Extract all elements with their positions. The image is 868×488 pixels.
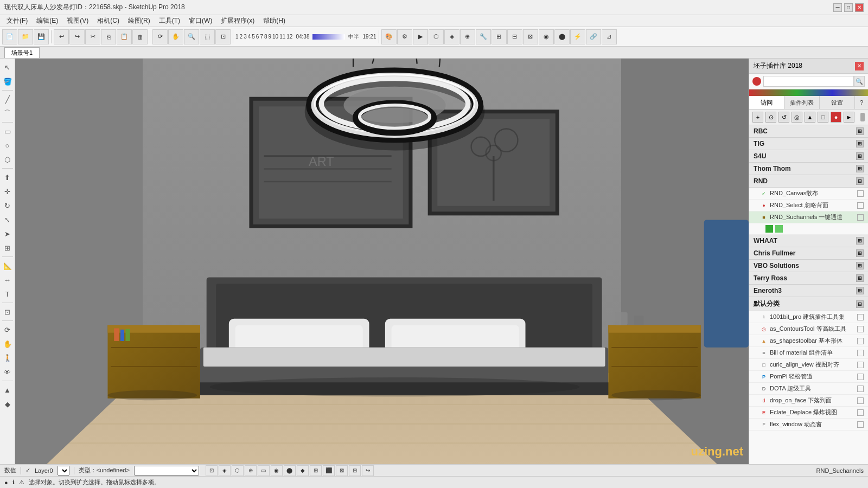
sandbox-tool[interactable]: ▲ [1,383,14,396]
close-button[interactable]: ✕ [855,3,864,12]
select-tool[interactable]: ↖ [1,61,14,74]
render-btn-4[interactable]: ⬡ [429,29,444,44]
menu-item-r[interactable]: 绘图(R) [124,15,155,27]
delete-button[interactable]: 🗑 [132,29,148,44]
orbit-left-tool[interactable]: ⟳ [1,323,14,336]
pt-refresh-icon[interactable]: ⊙ [765,112,776,123]
alignview-toggle[interactable] [857,362,864,368]
menu-item-v[interactable]: 视图(V) [62,15,93,27]
btm-btn-7[interactable]: ⬤ [284,465,296,476]
tape-tool[interactable]: 📐 [1,259,14,272]
scale-tool[interactable]: ⤡ [1,213,14,226]
btm-btn-5[interactable]: ▭ [258,465,270,476]
btm-btn-2[interactable]: ◈ [219,465,231,476]
undo-button[interactable]: ↩ [54,29,69,44]
render-btn-9[interactable]: ⊟ [507,29,522,44]
plugin-eclate[interactable]: E Eclate_Deplace 爆炸视图 [749,407,868,419]
pt-add-icon[interactable]: + [752,112,763,123]
menu-item-t[interactable]: 工具(T) [155,15,184,27]
plugin-dota[interactable]: D DOTA 超级工具 [749,383,868,395]
plugin-rnd-canvas[interactable]: ✓ RND_Canvas散布 [749,188,868,200]
group-thomthom[interactable]: Thom Thom ⊞ [749,163,868,175]
rnd-select-toggle[interactable] [857,202,864,209]
group-default[interactable]: 默认分类 ⊟ [749,297,868,311]
zoom-window-button[interactable]: ⬚ [200,29,215,44]
btm-btn-12[interactable]: ⊟ [349,465,361,476]
paint-tool[interactable]: 🪣 [1,75,14,88]
plugin-search-input[interactable] [763,76,854,87]
plugin-flexwindow[interactable]: F flex_window 动态窗 [749,419,868,431]
redo-button[interactable]: ↪ [69,29,85,44]
rotate-tool[interactable]: ↻ [1,199,14,212]
pt-circle-icon[interactable]: ● [831,112,841,123]
follow-me-tool[interactable]: ➤ [1,227,14,240]
pt-eye-icon[interactable]: ◎ [792,112,802,123]
menu-item-h[interactable]: 帮助(H) [259,15,290,27]
ascontours-toggle[interactable] [857,326,864,332]
dim-tool[interactable]: ↔ [1,273,14,286]
new-button[interactable]: 📄 [2,29,17,44]
group-chrisfullmer[interactable]: Chris Fullmer ⊞ [749,247,868,260]
save-button[interactable]: 💾 [34,29,49,44]
zoom-button[interactable]: 🔍 [184,29,199,44]
orbit-button[interactable]: ⟳ [152,29,168,44]
pt-play-icon[interactable]: ► [844,112,854,123]
render-btn-1[interactable]: 🎨 [381,29,397,44]
render-btn-3[interactable]: ▶ [413,29,428,44]
plugin-ascontours[interactable]: ◎ as_ContoursTool 等高线工具 [749,323,868,335]
look-around-tool[interactable]: 👁 [1,365,14,378]
render-btn-13[interactable]: ⚡ [570,29,585,44]
push-pull-tool[interactable]: ⬆ [1,171,14,184]
render-btn-7[interactable]: 🔧 [476,29,491,44]
render-btn-14[interactable]: 🔗 [586,29,601,44]
tab-settings[interactable]: 设置 [820,96,855,109]
group-vbo[interactable]: VBO Solutions ⊞ [749,260,868,272]
group-tig[interactable]: TIG ⊞ [749,138,868,150]
group-whaat-expand[interactable]: ⊞ [856,237,864,245]
menu-item-f[interactable]: 文件(F) [2,15,32,27]
pt-square-icon[interactable]: □ [818,112,828,123]
group-eneroth3-expand[interactable]: ⊞ [856,287,864,294]
plugin-list[interactable]: RBC ⊞ TIG ⊞ S4U ⊞ Thom Thom ⊞ RND ⊟ [749,125,868,464]
group-rnd-expand[interactable]: ⊟ [856,177,864,185]
scene-tab-1[interactable]: 场景号1 [4,47,40,58]
btm-btn-3[interactable]: ⬡ [232,465,244,476]
btm-btn-10[interactable]: ⬛ [323,465,335,476]
dota-toggle[interactable] [857,386,864,392]
rnd-canvas-toggle[interactable] [857,190,864,197]
search-button[interactable]: 🔍 [854,76,865,87]
polygon-tool[interactable]: ⬡ [1,153,14,166]
render-btn-11[interactable]: ◉ [539,29,554,44]
plugin-rnd-suchannels[interactable]: ■ RND_Suchannels 一键通道 [749,211,868,223]
offset-tool[interactable]: ⊞ [1,241,14,254]
eclate-toggle[interactable] [857,409,864,416]
menu-item-c[interactable]: 相机(C) [93,15,124,27]
pan-left-tool[interactable]: ✋ [1,337,14,350]
rect-tool[interactable]: ▭ [1,125,14,138]
zoom-extent-button[interactable]: ⊡ [215,29,231,44]
render-btn-8[interactable]: ⊞ [492,29,507,44]
group-s4u[interactable]: S4U ⊞ [749,150,868,163]
group-vbo-expand[interactable]: ⊞ [856,262,864,269]
render-btn-6[interactable]: ⊕ [460,29,475,44]
section-tool[interactable]: ⊡ [1,305,14,318]
group-whaat[interactable]: WHAAT ⊞ [749,235,868,247]
group-terryross-expand[interactable]: ⊞ [856,274,864,282]
group-eneroth3[interactable]: Eneroth3 ⊞ [749,285,868,297]
menu-item-w[interactable]: 窗口(W) [184,15,216,27]
btm-btn-6[interactable]: ◉ [271,465,283,476]
layer-dropdown[interactable] [58,466,69,476]
tab-visit[interactable]: 访问 [749,96,784,109]
plugin-close-button[interactable]: ✕ [855,62,864,70]
line-tool[interactable]: ╱ [1,93,14,106]
paste-button[interactable]: 📋 [117,29,132,44]
minimize-button[interactable]: ─ [833,3,842,12]
group-rbc-expand[interactable]: ⊞ [856,127,864,135]
plugin-bom[interactable]: ≡ Bill of material 组件清单 [749,347,868,359]
asshapes-toggle[interactable] [857,338,864,344]
tab-help[interactable]: ? [855,96,868,109]
btm-btn-8[interactable]: ◆ [297,465,309,476]
group-terryross[interactable]: Terry Ross ⊞ [749,272,868,285]
menu-item-e[interactable]: 编辑(E) [32,15,62,27]
pompi-toggle[interactable] [857,374,864,380]
